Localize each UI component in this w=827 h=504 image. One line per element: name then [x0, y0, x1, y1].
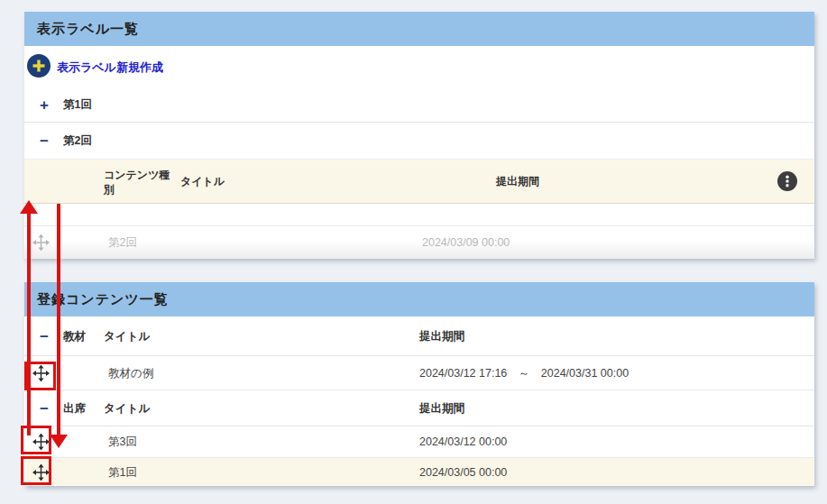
collapse-toggle-icon[interactable]: −	[36, 400, 52, 416]
column-header-title: タイトル	[104, 328, 150, 344]
section-category: 教材	[63, 328, 86, 344]
move-handle-icon[interactable]	[32, 463, 50, 481]
column-header-period: 提出期間	[496, 174, 539, 189]
registered-contents-panel: 登録コンテンツ一覧 − 教材 タイトル 提出期間	[24, 282, 814, 486]
expand-toggle-icon[interactable]: +	[36, 96, 52, 112]
row-period: 2024/03/05 00:00	[419, 466, 507, 479]
dragged-row-ghost[interactable]: 第2回 2024/03/09 00:00	[24, 226, 814, 259]
column-header-period: 提出期間	[419, 400, 464, 416]
label-group-name: 第1回	[63, 96, 92, 112]
create-label-link[interactable]: 表示ラベル新規作成	[57, 60, 163, 76]
column-header-period: 提出期間	[419, 328, 464, 344]
panel-title-bar: 登録コンテンツ一覧	[24, 282, 814, 316]
move-handle-icon[interactable]	[32, 434, 50, 451]
column-header-content-type: コンテンツ種別	[104, 168, 176, 197]
kebab-menu-icon[interactable]	[777, 171, 797, 191]
row-title: 教材の例	[108, 365, 153, 380]
move-handle-icon[interactable]	[32, 364, 50, 381]
content-row-dai3kai[interactable]: 第3回 2024/03/12 00:00	[24, 426, 814, 458]
row-title: 第2回	[108, 235, 137, 251]
row-period: 2024/03/09 00:00	[422, 236, 510, 249]
row-period: 2024/03/12 17:16 ～ 2024/03/31 00:00	[419, 365, 629, 380]
display-label-list-panel: 表示ラベル一覧 表示ラベル新規作成 + 第1回 − 第2回 コンテンツ種別 タイ…	[24, 12, 814, 259]
create-label-row: 表示ラベル新規作成	[24, 46, 814, 87]
row-period: 2024/03/12 00:00	[419, 435, 507, 448]
section-header-kyozai: − 教材 タイトル 提出期間	[24, 316, 814, 356]
collapse-toggle-icon[interactable]: −	[36, 328, 52, 344]
panel-title: 表示ラベル一覧	[37, 21, 139, 38]
move-handle-icon[interactable]	[32, 234, 50, 252]
panel-title-bar: 表示ラベル一覧	[24, 12, 814, 46]
add-circle-icon[interactable]	[27, 54, 51, 78]
row-title: 第1回	[108, 464, 137, 480]
content-row-kyozai-example[interactable]: 教材の例 2024/03/12 17:16 ～ 2024/03/31 00:00	[24, 356, 814, 390]
page: 表示ラベル一覧 表示ラベル新規作成 + 第1回 − 第2回 コンテンツ種別 タイ…	[0, 0, 827, 504]
label-group-row-1[interactable]: + 第1回	[24, 87, 814, 123]
label-group-name: 第2回	[63, 133, 92, 149]
label-group-row-2[interactable]: − 第2回	[24, 123, 814, 160]
section-header-shusseki: − 出席 タイトル 提出期間	[24, 390, 814, 426]
row-title: 第3回	[108, 435, 137, 450]
section-category: 出席	[63, 400, 86, 416]
panel-title: 登録コンテンツ一覧	[37, 291, 169, 308]
column-header-title: タイトル	[104, 400, 150, 416]
column-header-title: タイトル	[180, 174, 225, 189]
label-table-header: コンテンツ種別 タイトル 提出期間	[24, 160, 814, 204]
content-row-dai1kai[interactable]: 第1回 2024/03/05 00:00	[24, 458, 814, 486]
collapse-toggle-icon[interactable]: −	[36, 133, 52, 149]
empty-drop-row	[24, 204, 814, 226]
